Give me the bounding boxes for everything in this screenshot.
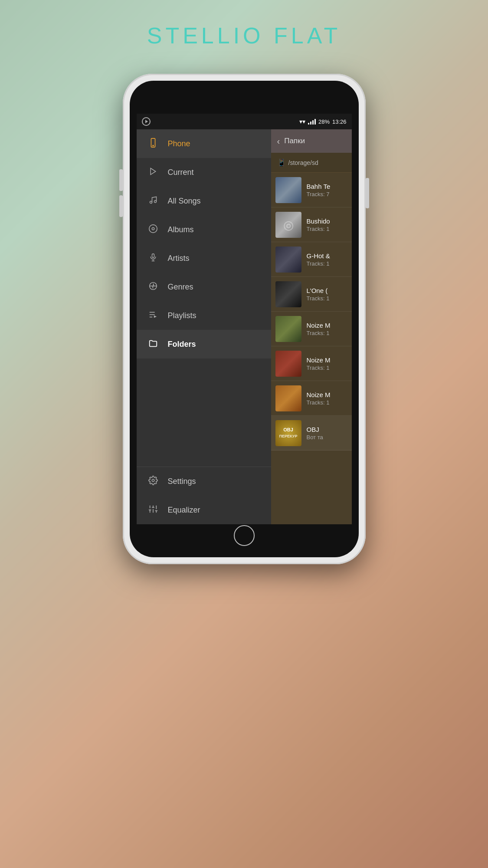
microphone-icon <box>147 253 159 264</box>
signal-bar-2 <box>310 122 311 125</box>
sidebar-label-equalizer: Equalizer <box>168 506 200 515</box>
phone-frame: ▾▾ 28% 13:26 <box>123 74 366 564</box>
sidebar-item-current[interactable]: Current <box>137 158 271 187</box>
folder-info-2: Bushido Tracks: 1 <box>307 217 347 232</box>
folder-info-7: Noize M Tracks: 1 <box>307 391 347 406</box>
sidebar-item-folders[interactable]: Folders <box>137 330 271 358</box>
signal-bar-4 <box>314 119 316 125</box>
folder-name-7: Noize M <box>307 391 347 398</box>
phone-icon <box>147 138 159 150</box>
folder-tracks-3: Tracks: 1 <box>307 260 347 267</box>
sidebar-item-genres[interactable]: Genres <box>137 273 271 301</box>
back-button[interactable]: ‹ <box>277 136 280 146</box>
sidebar-item-albums[interactable]: Albums <box>137 215 271 244</box>
folder-name-4: L'One ( <box>307 287 347 294</box>
folder-name-3: G-Hot & <box>307 252 347 260</box>
status-left <box>142 117 151 126</box>
clock-time: 13:26 <box>332 118 347 125</box>
folder-thumb-6 <box>275 351 301 377</box>
folder-thumb-3 <box>275 247 301 273</box>
sidebar-label-folders: Folders <box>168 340 196 349</box>
sidebar-item-phone[interactable]: Phone <box>137 129 271 158</box>
now-playing-info: OBJ Вот та <box>307 426 347 441</box>
sidebar-bottom: Settings <box>137 467 271 524</box>
signal-icon <box>308 118 316 125</box>
folder-info-3: G-Hot & Tracks: 1 <box>307 252 347 267</box>
folder-item-3[interactable]: G-Hot & Tracks: 1 <box>271 242 352 277</box>
right-panel-title: Папки <box>284 137 305 145</box>
sidebar-item-playlists[interactable]: Playlists <box>137 301 271 330</box>
volume-up-button[interactable] <box>119 169 123 191</box>
folder-thumb-2 <box>275 212 301 238</box>
current-icon <box>147 167 159 178</box>
home-button[interactable] <box>234 525 255 546</box>
svg-rect-7 <box>152 253 154 257</box>
folder-tracks-4: Tracks: 1 <box>307 295 347 302</box>
svg-marker-15 <box>154 315 156 318</box>
folder-item-2[interactable]: Bushido Tracks: 1 <box>271 207 352 242</box>
sidebar-spacer <box>137 358 271 467</box>
folder-icon <box>147 339 159 350</box>
svg-point-16 <box>152 479 154 482</box>
storage-path-text: /storage/sd <box>288 159 318 166</box>
folder-thumb-5 <box>275 316 301 342</box>
storage-path-row[interactable]: 📱 /storage/sd <box>271 153 352 173</box>
folder-item-7[interactable]: Noize M Tracks: 1 <box>271 381 352 416</box>
signal-bar-3 <box>312 120 314 125</box>
power-button[interactable] <box>366 178 369 208</box>
svg-marker-2 <box>151 168 156 174</box>
folder-tracks-7: Tracks: 1 <box>307 399 347 406</box>
now-playing-thumb: OBJПЕРЕКУР <box>275 420 301 446</box>
folder-name-5: Noize M <box>307 322 347 329</box>
svg-point-1 <box>153 145 154 146</box>
folder-name-6: Noize M <box>307 356 347 364</box>
folder-tracks-1: Tracks: 7 <box>307 191 347 197</box>
app-title: STELLIO FLAT <box>0 23 488 49</box>
sidebar-item-artists[interactable]: Artists <box>137 244 271 273</box>
sidebar-item-all-songs[interactable]: All Songs <box>137 187 271 215</box>
sidebar-label-albums: Albums <box>168 225 194 234</box>
folder-list: Bahh Te Tracks: 7 Bushido Tracks: 1 <box>271 173 352 524</box>
folder-info-1: Bahh Te Tracks: 7 <box>307 183 347 197</box>
sidebar-label-artists: Artists <box>168 254 190 263</box>
sidebar-label-playlists: Playlists <box>168 311 197 320</box>
equalizer-icon <box>147 504 159 516</box>
folder-tracks-6: Tracks: 1 <box>307 365 347 371</box>
folder-info-6: Noize M Tracks: 1 <box>307 356 347 371</box>
album-icon <box>147 224 159 236</box>
folder-item-1[interactable]: Bahh Te Tracks: 7 <box>271 173 352 207</box>
sidebar: Phone Current <box>137 129 271 524</box>
volume-down-button[interactable] <box>119 195 123 217</box>
screen-content: Phone Current <box>137 129 352 524</box>
storage-phone-icon: 📱 <box>277 158 286 167</box>
svg-point-3 <box>150 201 152 203</box>
folder-name-1: Bahh Te <box>307 183 347 190</box>
sidebar-label-genres: Genres <box>168 283 193 292</box>
folder-item-4[interactable]: L'One ( Tracks: 1 <box>271 277 352 312</box>
notification-play-icon <box>142 117 151 126</box>
status-right: ▾▾ 28% 13:26 <box>299 118 347 125</box>
svg-point-6 <box>152 227 154 230</box>
folder-tracks-2: Tracks: 1 <box>307 226 347 232</box>
right-panel: ‹ Папки 📱 /storage/sd Bahh Te <box>271 129 352 524</box>
screen: ▾▾ 28% 13:26 <box>137 114 352 524</box>
svg-point-4 <box>154 200 156 202</box>
folder-info-5: Noize M Tracks: 1 <box>307 322 347 336</box>
folder-tracks-5: Tracks: 1 <box>307 330 347 336</box>
signal-bar-1 <box>308 123 309 125</box>
folder-thumb-4 <box>275 281 301 307</box>
sidebar-label-current: Current <box>168 168 194 177</box>
battery-percent: 28% <box>318 118 330 125</box>
wifi-icon: ▾▾ <box>299 118 305 125</box>
sidebar-label-settings: Settings <box>168 477 196 486</box>
right-panel-header: ‹ Папки <box>271 129 352 153</box>
sidebar-item-settings[interactable]: Settings <box>137 467 271 496</box>
folder-item-5[interactable]: Noize M Tracks: 1 <box>271 312 352 346</box>
now-playing-item[interactable]: OBJПЕРЕКУР OBJ Вот та <box>271 416 352 450</box>
folder-thumb-7 <box>275 385 301 411</box>
folder-thumb-1 <box>275 177 301 203</box>
sidebar-item-equalizer[interactable]: Equalizer <box>137 496 271 524</box>
playlist-icon <box>147 310 159 322</box>
settings-icon <box>147 476 159 487</box>
folder-item-6[interactable]: Noize M Tracks: 1 <box>271 346 352 381</box>
